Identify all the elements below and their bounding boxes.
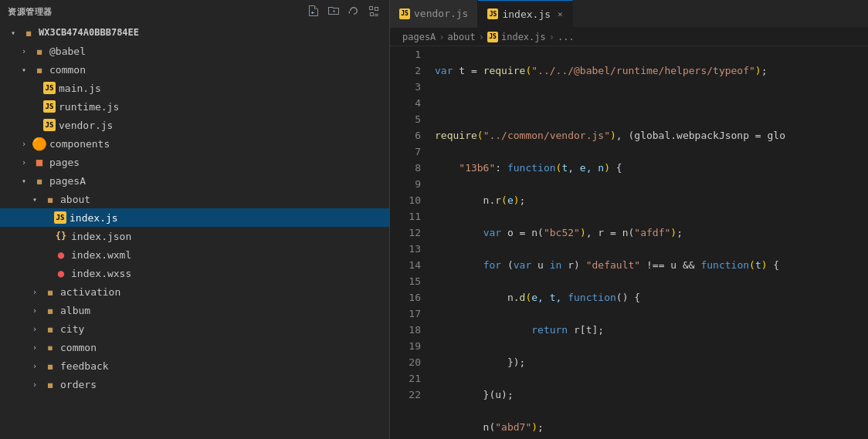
code-line-8: n.d(e, t, function() { <box>435 289 860 306</box>
index-js-label: index.js <box>70 212 385 224</box>
sidebar-item-index-wxss[interactable]: index.wxss <box>0 264 389 282</box>
breadcrumb-sep1: › <box>439 32 444 42</box>
code-line-2 <box>435 95 860 111</box>
sidebar-item-vendor-js[interactable]: vendor.js <box>0 116 389 134</box>
sidebar-item-city[interactable]: city <box>0 319 389 338</box>
line-num-11: 11 <box>390 208 421 225</box>
sidebar-item-index-wxml[interactable]: index.wxml <box>0 245 389 264</box>
about-chevron <box>32 195 43 204</box>
activation-chevron <box>32 288 43 296</box>
sidebar-item-pagesA[interactable]: pagesA <box>0 171 389 190</box>
orders-folder-icon <box>43 377 57 391</box>
sidebar-item-activation[interactable]: activation <box>0 282 389 301</box>
tab-index-js[interactable]: JS index.js × <box>478 0 572 28</box>
vendor-tab-js-icon: JS <box>399 8 410 19</box>
orders-label: orders <box>60 379 385 390</box>
sidebar-item-pages[interactable]: ■ pages <box>0 153 389 171</box>
line-num-13: 13 <box>390 241 421 257</box>
line-num-8: 8 <box>390 160 421 176</box>
breadcrumb-about: about <box>448 32 476 42</box>
line-num-17: 17 <box>390 306 421 322</box>
line-num-2: 2 <box>390 62 421 79</box>
common-folder-icon <box>32 62 46 76</box>
pagesA-label: pagesA <box>49 175 385 187</box>
code-line-6: var o = n("bc52"), r = n("afdf"); <box>435 225 860 241</box>
sidebar-item-orders[interactable]: orders <box>0 375 389 393</box>
album-folder-icon <box>43 303 57 317</box>
vendor-tab-label: vendor.js <box>414 8 468 19</box>
line-num-1: 1 <box>390 46 421 62</box>
new-file-icon[interactable] <box>306 3 321 21</box>
sidebar-header-actions <box>306 3 381 21</box>
runtime-js-icon <box>43 100 56 113</box>
root-label: WX3CB474A0BBB784EE <box>39 27 385 38</box>
feedback-chevron <box>32 362 43 370</box>
breadcrumb-js-icon: JS <box>487 32 498 42</box>
breadcrumb-sep3: › <box>549 32 554 42</box>
code-line-5: n.r(e); <box>435 192 860 208</box>
sidebar-item-babel[interactable]: @babel <box>0 42 389 60</box>
index-tab-close-button[interactable]: × <box>558 9 563 19</box>
code-line-12: n("abd7"); <box>435 419 860 435</box>
breadcrumb: pagesA › about › JS index.js › ... <box>390 28 868 46</box>
babel-chevron <box>22 47 32 56</box>
orders-chevron <box>32 380 43 389</box>
sidebar-item-main-js[interactable]: main.js <box>0 79 389 97</box>
line-num-21: 21 <box>390 370 421 387</box>
tab-vendor-js[interactable]: JS vendor.js <box>390 0 478 28</box>
pages-label: pages <box>49 157 385 168</box>
vendor-js-label: vendor.js <box>59 120 385 131</box>
collapse-icon[interactable] <box>366 3 381 21</box>
line-num-9: 9 <box>390 176 421 192</box>
sidebar-item-common[interactable]: common <box>0 60 389 79</box>
activation-label: activation <box>60 286 385 298</box>
components-chevron <box>22 140 32 148</box>
babel-label: @babel <box>49 46 385 57</box>
root-folder-icon <box>22 25 36 39</box>
refresh-icon[interactable] <box>346 3 361 21</box>
sidebar-item-index-json[interactable]: index.json <box>0 227 389 245</box>
common-chevron <box>22 66 32 74</box>
album-label: album <box>60 305 385 316</box>
sidebar-item-album[interactable]: album <box>0 301 389 319</box>
code-content[interactable]: var t = require("../../@babel/runtime/he… <box>427 46 868 439</box>
sidebar-item-runtime-js[interactable]: runtime.js <box>0 97 389 116</box>
activation-folder-icon <box>43 285 57 299</box>
breadcrumb-dots: ... <box>558 32 575 42</box>
breadcrumb-pagesA: pagesA <box>402 32 436 42</box>
album-chevron <box>32 306 43 315</box>
about-label: about <box>60 194 385 205</box>
code-area[interactable]: 1 2 3 4 5 6 7 8 9 10 11 12 13 14 15 16 1… <box>390 46 868 439</box>
sidebar-title: 资源管理器 <box>8 6 53 18</box>
line-num-19: 19 <box>390 338 421 354</box>
sidebar-item-common2[interactable]: ▪ common <box>0 338 389 356</box>
code-line-1: var t = require("../../@babel/runtime/he… <box>435 62 860 79</box>
feedback-folder-icon <box>43 359 57 373</box>
sidebar: 资源管理器 WX3CB474A0BBB784EE <box>0 0 390 439</box>
about-folder-icon <box>43 192 57 206</box>
sidebar-item-components[interactable]: 🟠 components <box>0 134 389 153</box>
common2-label: common <box>60 342 385 353</box>
breadcrumb-sep2: › <box>479 32 484 42</box>
breadcrumb-filename: index.js <box>501 32 546 42</box>
sidebar-item-about[interactable]: about <box>0 190 389 208</box>
sidebar-item-index-js[interactable]: index.js <box>0 208 389 227</box>
runtime-js-label: runtime.js <box>59 101 385 113</box>
code-line-4: "13b6": function(t, e, n) { <box>435 160 860 176</box>
line-num-6: 6 <box>390 127 421 144</box>
line-num-20: 20 <box>390 354 421 370</box>
line-num-18: 18 <box>390 322 421 338</box>
new-folder-icon[interactable] <box>326 3 341 21</box>
line-num-10: 10 <box>390 192 421 208</box>
line-num-16: 16 <box>390 289 421 306</box>
root-item[interactable]: WX3CB474A0BBB784EE <box>0 23 389 42</box>
line-num-3: 3 <box>390 79 421 95</box>
pagesA-chevron <box>22 177 32 185</box>
index-wxml-label: index.wxml <box>71 249 385 261</box>
components-folder-icon: 🟠 <box>32 137 46 150</box>
root-chevron <box>11 29 22 37</box>
sidebar-tree: WX3CB474A0BBB784EE @babel common main.js… <box>0 23 389 439</box>
sidebar-item-feedback[interactable]: feedback <box>0 356 389 375</box>
city-chevron <box>32 325 43 333</box>
common2-folder-icon: ▪ <box>43 340 57 354</box>
